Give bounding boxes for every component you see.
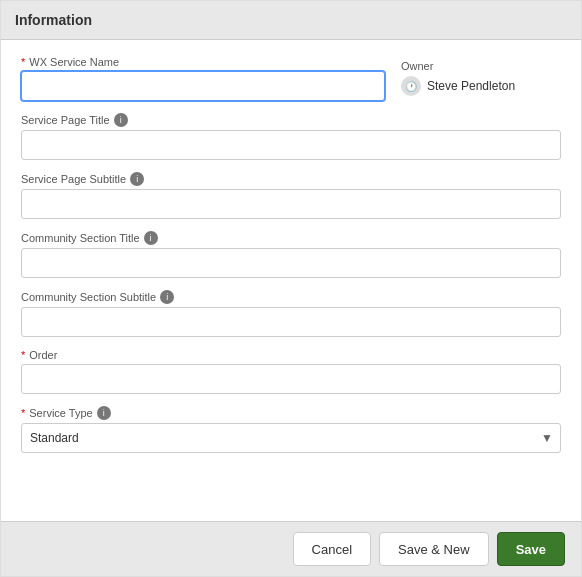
- panel-body: * WX Service Name Owner 🕐 Steve Pendleto…: [1, 40, 581, 521]
- order-group: * Order: [21, 349, 561, 394]
- wx-service-name-label: * WX Service Name: [21, 56, 385, 68]
- service-type-select-wrapper: Standard ▼: [21, 423, 561, 453]
- save-button[interactable]: Save: [497, 532, 565, 566]
- wx-service-name-input[interactable]: [21, 71, 385, 101]
- panel-title: Information: [15, 12, 92, 28]
- service-page-subtitle-group: Service Page Subtitle i: [21, 172, 561, 219]
- community-section-subtitle-input[interactable]: [21, 307, 561, 337]
- service-type-label: * Service Type i: [21, 406, 561, 420]
- owner-value: 🕐 Steve Pendleton: [401, 76, 561, 96]
- order-label: * Order: [21, 349, 561, 361]
- community-section-title-group: Community Section Title i: [21, 231, 561, 278]
- order-input[interactable]: [21, 364, 561, 394]
- panel-footer: Cancel Save & New Save: [1, 521, 581, 576]
- wx-service-name-group: * WX Service Name: [21, 56, 385, 101]
- service-type-group: * Service Type i Standard ▼: [21, 406, 561, 453]
- service-page-title-input[interactable]: [21, 130, 561, 160]
- service-page-subtitle-input[interactable]: [21, 189, 561, 219]
- service-page-title-info-icon[interactable]: i: [114, 113, 128, 127]
- service-type-info-icon[interactable]: i: [97, 406, 111, 420]
- community-section-title-input[interactable]: [21, 248, 561, 278]
- wx-service-owner-row: * WX Service Name Owner 🕐 Steve Pendleto…: [21, 56, 561, 101]
- service-page-subtitle-info-icon[interactable]: i: [130, 172, 144, 186]
- service-page-title-group: Service Page Title i: [21, 113, 561, 160]
- service-type-select[interactable]: Standard: [21, 423, 561, 453]
- community-section-subtitle-info-icon[interactable]: i: [160, 290, 174, 304]
- owner-label: Owner: [401, 60, 561, 72]
- community-section-subtitle-group: Community Section Subtitle i: [21, 290, 561, 337]
- information-panel: Information * WX Service Name Owner 🕐 St…: [0, 0, 582, 577]
- save-new-button[interactable]: Save & New: [379, 532, 489, 566]
- cancel-button[interactable]: Cancel: [293, 532, 371, 566]
- owner-group: Owner 🕐 Steve Pendleton: [401, 56, 561, 96]
- community-section-subtitle-label: Community Section Subtitle i: [21, 290, 561, 304]
- owner-name: Steve Pendleton: [427, 79, 515, 93]
- community-section-title-info-icon[interactable]: i: [144, 231, 158, 245]
- panel-header: Information: [1, 1, 581, 40]
- owner-avatar-icon: 🕐: [401, 76, 421, 96]
- service-page-title-label: Service Page Title i: [21, 113, 561, 127]
- community-section-title-label: Community Section Title i: [21, 231, 561, 245]
- service-page-subtitle-label: Service Page Subtitle i: [21, 172, 561, 186]
